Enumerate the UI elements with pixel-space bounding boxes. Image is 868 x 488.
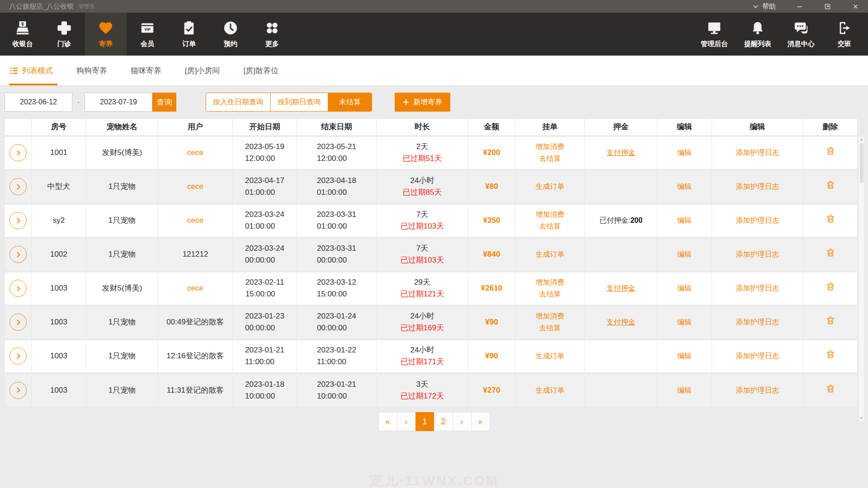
user-name[interactable]: cece — [187, 284, 203, 292]
user-cell[interactable]: cece — [158, 204, 233, 238]
pending-action-link[interactable]: 去结算 — [515, 221, 585, 232]
edit-link[interactable]: 编辑 — [677, 149, 692, 156]
delete-icon[interactable] — [826, 248, 835, 258]
nav-item-门诊[interactable]: 门诊 — [43, 13, 85, 56]
add-boarding-button[interactable]: 新增寄养 — [395, 93, 450, 112]
add-care-log-link[interactable]: 添加护理日志 — [736, 284, 779, 292]
user-cell[interactable]: cece — [158, 272, 233, 305]
nav-item-消息中心[interactable]: 消息中心 — [779, 13, 823, 56]
scrollbar-thumb[interactable] — [860, 143, 863, 183]
tab-列表模式[interactable]: 列表模式 — [10, 56, 65, 85]
pending-action-link[interactable]: 生成订单 — [515, 249, 585, 260]
vertical-scrollbar[interactable]: ▲ ▼ — [859, 136, 864, 422]
nav-item-交班[interactable]: 交班 — [823, 13, 866, 56]
expand-row-button[interactable] — [9, 144, 27, 161]
close-button[interactable] — [851, 2, 860, 11]
scroll-down-icon[interactable]: ▼ — [860, 417, 863, 420]
delete-icon[interactable] — [826, 384, 835, 394]
pending-action-link[interactable]: 增加消费 — [515, 209, 585, 221]
help-menu[interactable]: 帮助 — [752, 2, 776, 11]
pager-next-button[interactable]: › — [453, 412, 472, 431]
query-by-due-button[interactable]: 按到期日查询 — [270, 93, 328, 111]
tab-[房]散养位[interactable]: [房]散养位 — [231, 56, 290, 85]
pager-page-button[interactable]: 1 — [415, 412, 434, 431]
pending-action-link[interactable]: 增加消费 — [515, 141, 585, 153]
pending-action-link[interactable]: 增加消费 — [515, 277, 585, 288]
edit-link[interactable]: 编辑 — [677, 318, 692, 326]
pending-cell: 增加消费去结算 — [515, 305, 585, 339]
pay-deposit-link[interactable]: 支付押金 — [607, 149, 636, 156]
user-name[interactable]: cece — [187, 182, 203, 191]
edit-link[interactable]: 编辑 — [677, 352, 692, 360]
delete-icon[interactable] — [826, 180, 835, 190]
nav-item-预约[interactable]: 预约 — [210, 13, 251, 56]
scroll-up-icon[interactable]: ▲ — [860, 138, 863, 141]
date-from-input[interactable] — [5, 93, 72, 112]
expand-row-button[interactable] — [9, 212, 27, 229]
room-cell: 中型犬 — [32, 170, 86, 204]
expand-row-button[interactable] — [9, 314, 27, 331]
pending-action-link[interactable]: 去结算 — [515, 153, 585, 164]
delete-icon[interactable] — [826, 146, 835, 156]
user-cell[interactable]: cece — [158, 170, 233, 204]
delete-icon[interactable] — [826, 315, 835, 325]
tab-狗狗寄养[interactable]: 狗狗寄养 — [65, 56, 119, 85]
pending-action-link[interactable]: 去结算 — [515, 288, 585, 300]
pending-action-link[interactable]: 生成订单 — [515, 385, 585, 396]
pager-last-button[interactable]: » — [471, 412, 490, 431]
expand-row-button[interactable] — [9, 246, 27, 263]
edit-link[interactable]: 编辑 — [677, 216, 692, 224]
delete-icon[interactable] — [826, 282, 835, 291]
nav-item-更多[interactable]: 更多 — [251, 13, 293, 56]
nav-item-订单[interactable]: 订单 — [168, 13, 210, 56]
add-care-log-link[interactable]: 添加护理日志 — [736, 183, 779, 190]
pending-cell: 生成订单 — [515, 238, 585, 272]
query-by-checkin-button[interactable]: 按入住日期查询 — [206, 93, 270, 111]
boarding-table-wrap: 房号宠物姓名用户开始日期结束日期时长金额挂单押金编辑编辑删除 1001发财5(博… — [5, 118, 864, 407]
edit-link[interactable]: 编辑 — [677, 284, 692, 292]
expand-row-button[interactable] — [9, 178, 27, 195]
edit-link[interactable]: 编辑 — [677, 250, 692, 258]
maximize-button[interactable] — [823, 2, 832, 11]
tab-猫咪寄养[interactable]: 猫咪寄养 — [119, 56, 173, 85]
add-care-log-link[interactable]: 添加护理日志 — [736, 318, 779, 326]
nav-item-会员[interactable]: VIP会员 — [127, 13, 168, 56]
pay-deposit-link[interactable]: 支付押金 — [607, 284, 636, 292]
pending-action-link[interactable]: 去结算 — [515, 322, 585, 334]
query-button[interactable]: 查询 — [152, 93, 176, 112]
user-name[interactable]: cece — [187, 148, 203, 157]
user-cell[interactable]: cece — [158, 136, 233, 170]
delete-icon[interactable] — [826, 214, 835, 224]
pager-page-button[interactable]: 2 — [434, 412, 453, 431]
pay-deposit-link[interactable]: 支付押金 — [607, 318, 636, 326]
nav-item-收银台[interactable]: ¥收银台 — [2, 13, 43, 56]
edit-link[interactable]: 编辑 — [677, 386, 692, 394]
nav-item-提醒列表[interactable]: 提醒列表 — [736, 13, 779, 56]
pending-action-link[interactable]: 生成订单 — [515, 350, 585, 362]
delete-cell — [803, 238, 858, 272]
add-care-log-link[interactable]: 添加护理日志 — [736, 250, 779, 258]
add-care-log-link[interactable]: 添加护理日志 — [736, 352, 779, 360]
pending-action-link[interactable]: 增加消费 — [515, 310, 585, 322]
expand-row-button[interactable] — [9, 347, 27, 365]
expand-row-button[interactable] — [9, 382, 27, 399]
nav-item-管理后台[interactable]: 管理后台 — [693, 13, 736, 56]
nav-item-寄养[interactable]: 寄养 — [85, 13, 127, 56]
pager-first-button[interactable]: « — [378, 412, 397, 431]
pending-action-link[interactable]: 生成订单 — [515, 181, 585, 192]
edit-link[interactable]: 编辑 — [677, 183, 692, 190]
add-care-log-link[interactable]: 添加护理日志 — [736, 386, 779, 394]
app-title: 八公旗舰店_八公收银 — [9, 2, 74, 11]
pager-prev-button[interactable]: ‹ — [397, 412, 416, 431]
expand-row-button[interactable] — [9, 280, 27, 297]
end-date-cell: 2023-03-1215:00:00 — [297, 272, 377, 305]
unsettled-filter-button[interactable]: 未结算 — [328, 93, 372, 111]
add-care-log-link[interactable]: 添加护理日志 — [736, 149, 779, 156]
date-to-input[interactable] — [85, 93, 152, 112]
tab-[房]小房间[interactable]: [房]小房间 — [173, 56, 231, 85]
add-care-log-link[interactable]: 添加护理日志 — [736, 216, 779, 224]
delete-icon[interactable] — [826, 349, 835, 359]
overdue-label: 已过期172天 — [377, 390, 468, 402]
user-name[interactable]: cece — [187, 216, 203, 225]
minimize-button[interactable] — [795, 2, 804, 11]
